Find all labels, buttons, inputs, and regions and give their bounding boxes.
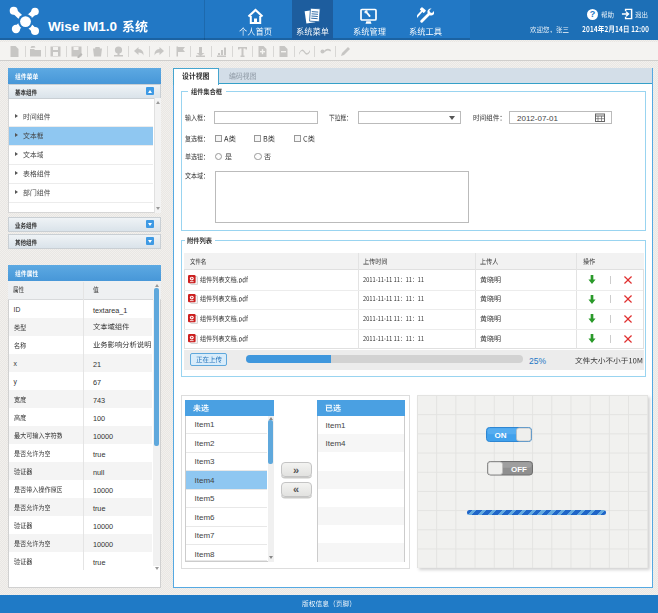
svg-text:ON: ON [495, 431, 507, 440]
svg-text:OFF: OFF [511, 465, 527, 474]
